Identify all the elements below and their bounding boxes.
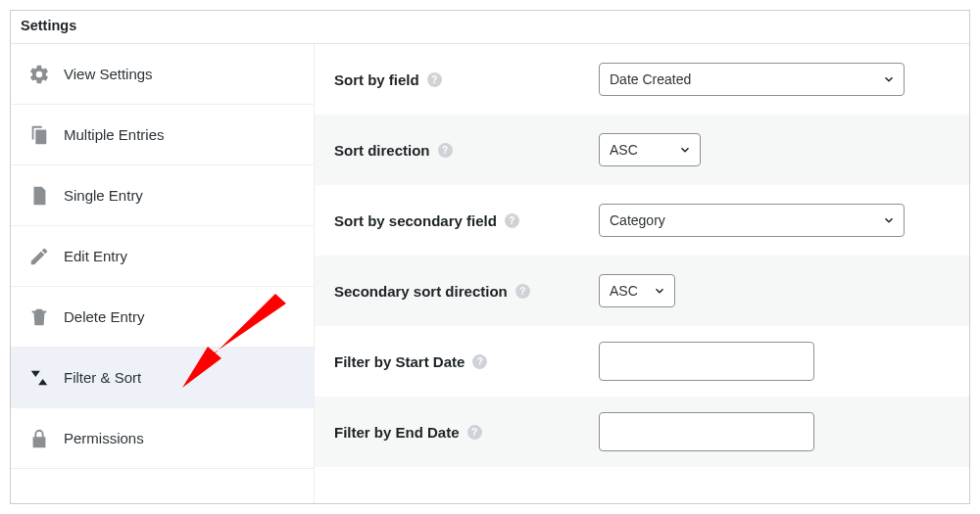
filter-end-date-input[interactable] xyxy=(599,412,814,451)
sidebar-item-label: Permissions xyxy=(64,430,144,446)
sidebar-item-label: Delete Entry xyxy=(64,308,145,325)
sidebar-item-edit-entry[interactable]: Edit Entry xyxy=(11,226,314,287)
gear-icon xyxy=(28,64,50,85)
settings-main: Sort by field ? Date Created Sort direct… xyxy=(315,44,969,503)
sidebar-item-label: View Settings xyxy=(64,66,153,82)
field-label: Filter by End Date ? xyxy=(334,424,599,441)
filter-start-date-input[interactable] xyxy=(599,342,814,381)
field-label: Filter by Start Date ? xyxy=(334,353,599,370)
settings-sidebar: View Settings Multiple Entries Single En… xyxy=(11,44,315,503)
field-label: Sort by secondary field ? xyxy=(334,212,599,229)
sidebar-item-label: Multiple Entries xyxy=(64,126,165,143)
label-text: Sort by secondary field xyxy=(334,212,497,229)
chevron-down-icon xyxy=(653,284,666,298)
label-text: Sort by field xyxy=(334,71,419,88)
canvas: Settings View Settings Multiple Entries xyxy=(0,0,980,514)
row-filter-start: Filter by Start Date ? xyxy=(315,326,969,397)
help-icon[interactable]: ? xyxy=(427,72,442,87)
help-icon[interactable]: ? xyxy=(505,213,519,228)
label-text: Secondary sort direction xyxy=(334,283,508,300)
select-value: Category xyxy=(610,212,665,228)
panel-body: View Settings Multiple Entries Single En… xyxy=(11,44,969,503)
select-value: Date Created xyxy=(610,71,691,87)
lock-icon xyxy=(28,428,50,449)
label-text: Filter by End Date xyxy=(334,424,460,441)
field-label: Sort by field ? xyxy=(334,71,599,88)
row-sort-direction: Sort direction ? ASC xyxy=(315,115,969,185)
row-sort-by-secondary: Sort by secondary field ? Category xyxy=(315,185,969,256)
label-text: Filter by Start Date xyxy=(334,353,465,370)
sidebar-item-multiple-entries[interactable]: Multiple Entries xyxy=(11,105,314,165)
sidebar-item-single-entry[interactable]: Single Entry xyxy=(11,165,314,226)
row-filter-end: Filter by End Date ? xyxy=(315,397,969,467)
label-text: Sort direction xyxy=(334,142,430,159)
sidebar-item-filter-sort[interactable]: Filter & Sort xyxy=(11,348,314,408)
sidebar-item-label: Edit Entry xyxy=(64,248,127,264)
sort-by-secondary-select[interactable]: Category xyxy=(599,204,905,237)
sidebar-item-delete-entry[interactable]: Delete Entry xyxy=(11,287,314,348)
field-label: Sort direction ? xyxy=(334,142,599,159)
trash-icon xyxy=(28,306,50,328)
pencil-icon xyxy=(28,246,50,267)
sidebar-item-permissions[interactable]: Permissions xyxy=(11,408,314,469)
help-icon[interactable]: ? xyxy=(472,354,487,369)
sidebar-item-label: Single Entry xyxy=(64,187,143,204)
row-sort-by-field: Sort by field ? Date Created xyxy=(315,44,969,115)
sort-by-field-select[interactable]: Date Created xyxy=(599,63,905,96)
secondary-direction-select[interactable]: ASC xyxy=(599,274,675,307)
copy-icon xyxy=(28,124,50,146)
chevron-down-icon xyxy=(882,213,896,227)
help-icon[interactable]: ? xyxy=(438,143,453,158)
panel-title: Settings xyxy=(11,11,969,44)
sidebar-item-label: Filter & Sort xyxy=(64,369,141,386)
help-icon[interactable]: ? xyxy=(467,425,482,440)
row-secondary-direction: Secondary sort direction ? ASC xyxy=(315,256,969,326)
chevron-down-icon xyxy=(678,143,692,157)
select-value: ASC xyxy=(610,142,638,158)
select-value: ASC xyxy=(610,283,638,299)
sort-direction-select[interactable]: ASC xyxy=(599,133,701,166)
help-icon[interactable]: ? xyxy=(515,284,530,299)
chevron-down-icon xyxy=(882,72,896,86)
document-icon xyxy=(28,185,50,207)
sort-icon xyxy=(28,367,50,389)
settings-panel: Settings View Settings Multiple Entries xyxy=(10,10,970,504)
field-label: Secondary sort direction ? xyxy=(334,283,599,300)
sidebar-item-view-settings[interactable]: View Settings xyxy=(11,44,314,105)
